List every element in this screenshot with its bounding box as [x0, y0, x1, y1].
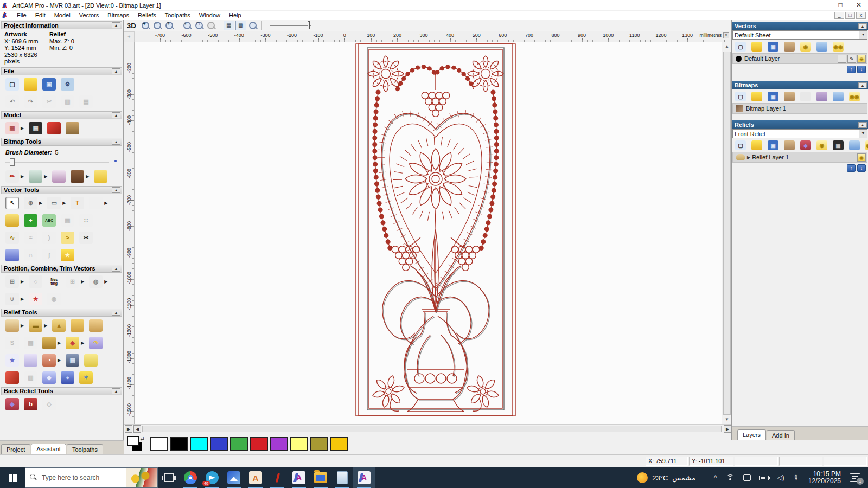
extrude-relief-icon[interactable]: ◔	[42, 354, 56, 367]
create-rectangle-flyout-icon[interactable]: ▶	[62, 201, 66, 206]
mdi-close-button[interactable]: x	[856, 12, 866, 19]
weave-wizard-icon[interactable]: ▩	[24, 337, 37, 349]
collapse-icon[interactable]: ▲	[858, 23, 867, 29]
merge-bitmap-icon[interactable]	[816, 92, 827, 101]
show-hidden-icons-chevron[interactable]: ^	[714, 474, 717, 481]
search-input[interactable]: Type here to search	[25, 467, 158, 488]
magic-select-icon[interactable]	[94, 170, 107, 183]
collapse-icon[interactable]: ▲	[858, 82, 867, 88]
node-editing-icon[interactable]: ∿	[5, 232, 19, 244]
load-bitmap-icon[interactable]: ▦	[5, 122, 19, 134]
ruler-origin-button[interactable]: +	[124, 31, 135, 42]
column-relief-icon[interactable]: ▥	[24, 371, 37, 384]
measure-icon[interactable]	[5, 214, 19, 227]
relief-visibility-icon[interactable]: ◉	[816, 140, 827, 150]
reliefs-section-header[interactable]: Reliefs ▲	[732, 120, 868, 129]
notification-center-icon[interactable]: 1	[850, 473, 860, 482]
zoom-in-icon[interactable]: +	[141, 21, 150, 30]
section-bitmap-tools[interactable]: Bitmap Tools ▲	[1, 138, 122, 146]
weather-widget[interactable]: 23°C مشمس	[637, 472, 695, 483]
two-rail-sweep-flyout-icon[interactable]: ▶	[81, 341, 84, 345]
primary-secondary-colour[interactable]: ⇄	[127, 436, 145, 452]
copy-icon[interactable]: ▥	[61, 95, 74, 108]
artcam-document-icon[interactable]: A	[288, 467, 310, 488]
toggle-all-reliefs-icon[interactable]: ◉◉	[865, 140, 868, 150]
zero-plane-flyout-icon[interactable]: ▶	[44, 323, 47, 328]
mirror-relief-icon[interactable]: ◆	[5, 398, 19, 410]
save-relief-layer-icon[interactable]: ▣	[768, 140, 778, 150]
join-vectors-flyout-icon[interactable]: ▶	[21, 297, 24, 301]
zero-plane-icon[interactable]: ▬	[29, 319, 42, 332]
open-vector-layer-icon[interactable]	[751, 42, 762, 52]
new-relief-layer-icon[interactable]: ▢	[735, 140, 746, 150]
zoom-previous-icon[interactable]: ?	[164, 21, 174, 30]
spin-vectors-icon[interactable]: ◉	[47, 293, 61, 305]
colour-swatch-7[interactable]	[290, 437, 308, 451]
two-rail-sweep-icon[interactable]: ◆	[66, 337, 79, 349]
clock[interactable]: 10:15 PM 12/20/2025	[808, 471, 841, 485]
scroll-right-icon[interactable]: ▶	[724, 425, 731, 433]
zoom-out-icon[interactable]: −	[152, 21, 162, 30]
vector-layer-row[interactable]: Default Layer ✎ ◉	[732, 53, 867, 64]
toggle-visibility-icon[interactable]: ◉	[800, 42, 811, 52]
move-layer-up-icon[interactable]: ↑	[847, 66, 856, 73]
fillet-icon[interactable]: )	[42, 232, 56, 244]
nesting-icon[interactable]: Nes ting	[47, 275, 61, 288]
mdi-minimize-button[interactable]: _	[834, 12, 844, 19]
layer-visibility-icon[interactable]: ◉	[857, 153, 866, 162]
section-icon[interactable]: ∫	[42, 249, 56, 261]
chevron-down-icon[interactable]: ▼	[859, 130, 867, 138]
toggle-3d-view-button[interactable]: 3D	[127, 22, 136, 30]
emboss-wizard-icon[interactable]	[42, 337, 56, 349]
collapse-icon[interactable]: ▲	[112, 68, 120, 74]
texture-image-icon[interactable]	[66, 122, 79, 134]
move-layer-down-icon[interactable]: ↓	[857, 164, 866, 172]
extrude-relief-flyout-icon[interactable]: ▶	[58, 358, 61, 363]
collapse-icon[interactable]: ▲	[112, 310, 120, 316]
clear-bitmap-icon[interactable]	[800, 92, 811, 101]
calculate-relief-flyout-icon[interactable]: ▶	[21, 323, 24, 328]
wrap-relief-icon[interactable]: ↷	[89, 337, 103, 349]
texture-ball-icon[interactable]: ●	[61, 371, 74, 384]
zoom-drawing-icon[interactable]	[206, 21, 216, 30]
save-model-icon[interactable]: ▣	[42, 78, 56, 91]
tablet-mode-icon[interactable]	[743, 474, 751, 481]
block-copy-flyout-icon[interactable]: ▶	[81, 279, 84, 284]
import-bitmap-icon[interactable]	[784, 92, 795, 101]
tab-toolpaths[interactable]: Toolpaths	[67, 444, 103, 454]
section-position-combine-trim[interactable]: Position, Combine, Trim Vectors ▲	[1, 265, 122, 273]
collapse-icon[interactable]: ▲	[858, 122, 867, 128]
distort-vectors-icon[interactable]: ≈	[24, 232, 37, 244]
units-dropdown-icon[interactable]: ▼	[723, 32, 729, 38]
palette-flyout-icon[interactable]: ▶	[86, 174, 89, 179]
toggle-all-bitmaps-icon[interactable]: ◉◉	[849, 92, 860, 101]
file-explorer-icon[interactable]	[310, 467, 331, 488]
turn-relief-icon[interactable]	[5, 371, 19, 384]
envelope-distort-icon[interactable]: ★	[61, 249, 74, 261]
start-button[interactable]	[0, 467, 25, 488]
maximize-button[interactable]: □	[831, 0, 850, 11]
colour-swatch-0[interactable]	[150, 437, 168, 451]
telegram-icon[interactable]: 40	[201, 467, 223, 488]
menu-help[interactable]: Help	[225, 11, 246, 19]
open-model-icon[interactable]	[24, 78, 37, 91]
delete-bitmap-layer-icon[interactable]	[833, 92, 844, 101]
palette-popup-button[interactable]: ▶	[125, 425, 132, 433]
relief-side-dropdown[interactable]: Front Relief ▼	[732, 129, 867, 138]
open-relief-layer-icon[interactable]	[751, 140, 762, 150]
horizontal-scroll-thumb[interactable]	[142, 426, 722, 432]
menu-bitmaps[interactable]: Bitmaps	[103, 11, 133, 19]
save-vector-layer-icon[interactable]: ▣	[768, 42, 778, 52]
wrap-text-icon[interactable]: ABC	[42, 214, 56, 227]
fit-arcs-icon[interactable]: ∩	[24, 249, 37, 261]
chrome-icon[interactable]	[180, 467, 201, 488]
import-vectors-icon[interactable]	[784, 42, 795, 52]
snap-objects-toggle[interactable]: ▦	[224, 21, 234, 30]
colour-swatch-6[interactable]	[270, 437, 288, 451]
edit-layer-icon[interactable]: ✎	[847, 55, 856, 63]
wrap-vectors-icon[interactable]	[5, 249, 19, 261]
create-rectangle-icon[interactable]: ▭	[47, 197, 61, 209]
collapse-icon[interactable]: ▲	[112, 388, 120, 394]
offset-vectors-icon[interactable]: >	[61, 232, 74, 244]
mdi-restore-button[interactable]: □	[845, 12, 855, 19]
